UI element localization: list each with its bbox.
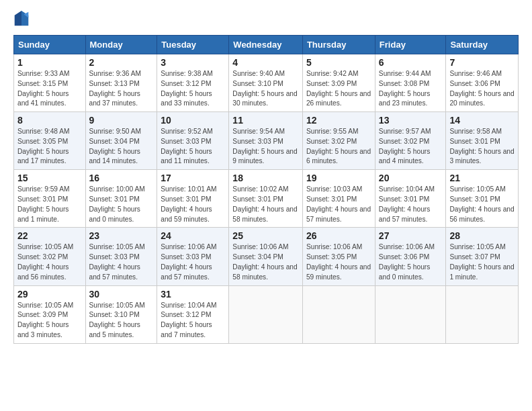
day-info: Sunrise: 10:04 AMSunset: 3:12 PMDaylight… bbox=[161, 302, 216, 338]
day-number: 10 bbox=[161, 115, 225, 126]
day-number: 18 bbox=[232, 173, 299, 183]
day-number: 20 bbox=[379, 173, 443, 183]
page-header bbox=[13, 11, 519, 30]
day-number: 5 bbox=[306, 57, 371, 68]
day-info: Sunrise: 10:00 AMSunset: 3:01 PMDaylight… bbox=[89, 185, 145, 222]
weekday-header: Sunday bbox=[14, 36, 86, 54]
calendar-cell: 3 Sunrise: 9:38 AMSunset: 3:12 PMDayligh… bbox=[157, 54, 229, 112]
weekday-header: Wednesday bbox=[229, 36, 303, 54]
calendar-cell: 22 Sunrise: 10:05 AMSunset: 3:02 PMDayli… bbox=[14, 228, 86, 285]
calendar-cell: 6 Sunrise: 9:44 AMSunset: 3:08 PMDayligh… bbox=[375, 54, 446, 112]
day-info: Sunrise: 9:59 AMSunset: 3:01 PMDaylight:… bbox=[17, 185, 70, 222]
weekday-header: Tuesday bbox=[157, 36, 229, 54]
calendar-cell: 1 Sunrise: 9:33 AMSunset: 3:15 PMDayligh… bbox=[14, 54, 86, 112]
day-number: 3 bbox=[161, 57, 225, 68]
calendar-cell: 18 Sunrise: 10:02 AMSunset: 3:01 PMDayli… bbox=[229, 170, 303, 228]
calendar-week: 1 Sunrise: 9:33 AMSunset: 3:15 PMDayligh… bbox=[14, 54, 519, 112]
day-number: 4 bbox=[232, 57, 299, 68]
day-number: 12 bbox=[306, 115, 371, 126]
day-info: Sunrise: 10:06 AMSunset: 3:04 PMDaylight… bbox=[232, 243, 297, 280]
day-number: 25 bbox=[232, 230, 299, 241]
calendar-cell: 26 Sunrise: 10:06 AMSunset: 3:05 PMDayli… bbox=[302, 228, 375, 285]
calendar-table: SundayMondayTuesdayWednesdayThursdayFrid… bbox=[13, 35, 519, 344]
day-info: Sunrise: 10:05 AMSunset: 3:02 PMDaylight… bbox=[17, 243, 73, 280]
day-number: 1 bbox=[17, 57, 82, 68]
day-number: 21 bbox=[449, 173, 515, 183]
calendar-week: 15 Sunrise: 9:59 AMSunset: 3:01 PMDaylig… bbox=[14, 170, 519, 228]
svg-marker-1 bbox=[15, 11, 21, 26]
calendar-cell bbox=[375, 285, 446, 343]
day-info: Sunrise: 9:38 AMSunset: 3:12 PMDaylight:… bbox=[161, 70, 213, 107]
calendar-cell: 16 Sunrise: 10:00 AMSunset: 3:01 PMDayli… bbox=[85, 170, 157, 228]
day-number: 11 bbox=[232, 115, 299, 126]
day-info: Sunrise: 9:55 AMSunset: 3:02 PMDaylight:… bbox=[306, 128, 371, 165]
logo bbox=[13, 11, 32, 30]
day-info: Sunrise: 9:42 AMSunset: 3:09 PMDaylight:… bbox=[306, 70, 371, 107]
calendar-cell: 9 Sunrise: 9:50 AMSunset: 3:04 PMDayligh… bbox=[85, 112, 157, 170]
day-info: Sunrise: 9:44 AMSunset: 3:08 PMDaylight:… bbox=[379, 70, 431, 107]
day-number: 27 bbox=[379, 230, 443, 241]
day-number: 31 bbox=[161, 289, 225, 300]
day-info: Sunrise: 10:05 AMSunset: 3:10 PMDaylight… bbox=[89, 302, 145, 338]
calendar-cell: 21 Sunrise: 10:05 AMSunset: 3:01 PMDayli… bbox=[446, 170, 519, 228]
day-info: Sunrise: 9:36 AMSunset: 3:13 PMDaylight:… bbox=[89, 70, 142, 107]
day-number: 14 bbox=[449, 115, 515, 126]
day-number: 22 bbox=[17, 230, 82, 241]
day-number: 16 bbox=[89, 173, 154, 183]
calendar-cell: 8 Sunrise: 9:48 AMSunset: 3:05 PMDayligh… bbox=[14, 112, 86, 170]
day-number: 15 bbox=[17, 173, 82, 183]
day-info: Sunrise: 10:01 AMSunset: 3:01 PMDaylight… bbox=[161, 185, 216, 222]
logo-icon bbox=[13, 9, 30, 28]
day-number: 29 bbox=[17, 289, 82, 300]
day-info: Sunrise: 9:57 AMSunset: 3:02 PMDaylight:… bbox=[379, 128, 431, 165]
day-info: Sunrise: 9:58 AMSunset: 3:01 PMDaylight:… bbox=[449, 128, 514, 165]
weekday-header: Monday bbox=[85, 36, 157, 54]
calendar-cell: 23 Sunrise: 10:05 AMSunset: 3:03 PMDayli… bbox=[85, 228, 157, 285]
calendar-cell: 11 Sunrise: 9:54 AMSunset: 3:03 PMDaylig… bbox=[229, 112, 303, 170]
calendar-cell: 28 Sunrise: 10:05 AMSunset: 3:07 PMDayli… bbox=[446, 228, 519, 285]
calendar-cell bbox=[446, 285, 519, 343]
calendar-cell: 13 Sunrise: 9:57 AMSunset: 3:02 PMDaylig… bbox=[375, 112, 446, 170]
calendar-cell: 24 Sunrise: 10:06 AMSunset: 3:03 PMDayli… bbox=[157, 228, 229, 285]
calendar-cell: 20 Sunrise: 10:04 AMSunset: 3:01 PMDayli… bbox=[375, 170, 446, 228]
calendar-week: 22 Sunrise: 10:05 AMSunset: 3:02 PMDayli… bbox=[14, 228, 519, 285]
day-number: 26 bbox=[306, 230, 371, 241]
weekday-header: Saturday bbox=[446, 36, 519, 54]
calendar-cell: 2 Sunrise: 9:36 AMSunset: 3:13 PMDayligh… bbox=[85, 54, 157, 112]
day-info: Sunrise: 9:48 AMSunset: 3:05 PMDaylight:… bbox=[17, 128, 70, 165]
calendar-cell: 27 Sunrise: 10:06 AMSunset: 3:06 PMDayli… bbox=[375, 228, 446, 285]
day-number: 6 bbox=[379, 57, 443, 68]
day-number: 2 bbox=[89, 57, 154, 68]
calendar-cell: 25 Sunrise: 10:06 AMSunset: 3:04 PMDayli… bbox=[229, 228, 303, 285]
day-number: 30 bbox=[89, 289, 154, 300]
calendar-cell: 31 Sunrise: 10:04 AMSunset: 3:12 PMDayli… bbox=[157, 285, 229, 343]
day-info: Sunrise: 9:50 AMSunset: 3:04 PMDaylight:… bbox=[89, 128, 142, 165]
calendar-cell: 15 Sunrise: 9:59 AMSunset: 3:01 PMDaylig… bbox=[14, 170, 86, 228]
calendar-cell: 4 Sunrise: 9:40 AMSunset: 3:10 PMDayligh… bbox=[229, 54, 303, 112]
day-info: Sunrise: 10:05 AMSunset: 3:09 PMDaylight… bbox=[17, 302, 73, 338]
day-number: 7 bbox=[449, 57, 515, 68]
calendar-cell: 14 Sunrise: 9:58 AMSunset: 3:01 PMDaylig… bbox=[446, 112, 519, 170]
calendar-cell: 7 Sunrise: 9:46 AMSunset: 3:06 PMDayligh… bbox=[446, 54, 519, 112]
day-info: Sunrise: 9:33 AMSunset: 3:15 PMDaylight:… bbox=[17, 70, 70, 107]
calendar-cell: 19 Sunrise: 10:03 AMSunset: 3:01 PMDayli… bbox=[302, 170, 375, 228]
day-info: Sunrise: 10:05 AMSunset: 3:07 PMDaylight… bbox=[449, 243, 514, 280]
calendar-cell bbox=[302, 285, 375, 343]
day-info: Sunrise: 9:46 AMSunset: 3:06 PMDaylight:… bbox=[449, 70, 514, 107]
day-info: Sunrise: 10:06 AMSunset: 3:03 PMDaylight… bbox=[161, 243, 216, 280]
day-number: 9 bbox=[89, 115, 154, 126]
calendar-cell: 12 Sunrise: 9:55 AMSunset: 3:02 PMDaylig… bbox=[302, 112, 375, 170]
calendar-cell: 30 Sunrise: 10:05 AMSunset: 3:10 PMDayli… bbox=[85, 285, 157, 343]
day-info: Sunrise: 9:52 AMSunset: 3:03 PMDaylight:… bbox=[161, 128, 213, 165]
day-number: 17 bbox=[161, 173, 225, 183]
day-number: 28 bbox=[449, 230, 515, 241]
calendar-cell: 29 Sunrise: 10:05 AMSunset: 3:09 PMDayli… bbox=[14, 285, 86, 343]
weekday-header: Friday bbox=[375, 36, 446, 54]
day-info: Sunrise: 9:40 AMSunset: 3:10 PMDaylight:… bbox=[232, 70, 297, 107]
day-info: Sunrise: 10:02 AMSunset: 3:01 PMDaylight… bbox=[232, 185, 297, 222]
calendar-week: 29 Sunrise: 10:05 AMSunset: 3:09 PMDayli… bbox=[14, 285, 519, 343]
day-number: 8 bbox=[17, 115, 82, 126]
day-info: Sunrise: 10:05 AMSunset: 3:03 PMDaylight… bbox=[89, 243, 145, 280]
day-number: 23 bbox=[89, 230, 154, 241]
day-info: Sunrise: 10:06 AMSunset: 3:05 PMDaylight… bbox=[306, 243, 371, 280]
